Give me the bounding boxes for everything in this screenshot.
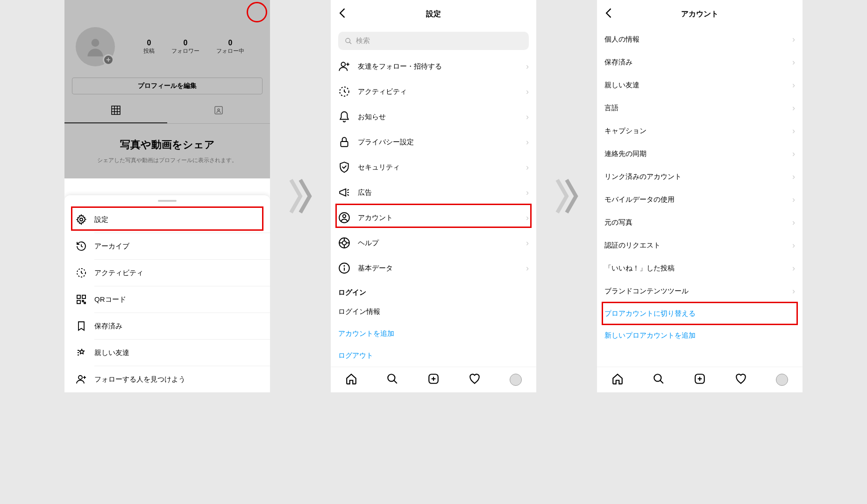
list-label: キャプション [604,127,785,135]
account-item-liked-posts[interactable]: 「いいね！」した投稿› [597,257,803,280]
nav-activity-icon[interactable] [469,373,481,387]
list-label: お知らせ [358,113,519,121]
svg-point-25 [341,62,346,66]
megaphone-icon [338,186,350,199]
search-input[interactable]: 検索 [338,32,529,50]
list-label: 個人の情報 [604,35,785,44]
settings-item-notifications[interactable]: お知らせ › [331,104,536,129]
account-item-linked-accounts[interactable]: リンク済みのアカウント› [597,165,803,188]
close-friends-icon [76,347,87,358]
chevron-right-icon: › [792,103,795,113]
list-label: 連絡先の同期 [604,149,785,158]
svg-rect-15 [77,295,80,298]
chevron-right-icon: › [792,263,795,273]
account-item-mobile-data[interactable]: モバイルデータの使用› [597,188,803,211]
sheet-item-archive[interactable]: アーカイブ [64,233,270,259]
svg-point-5 [92,39,99,47]
svg-rect-19 [84,302,85,304]
settings-item-ads[interactable]: 広告 › [331,180,536,205]
svg-rect-11 [215,106,222,114]
add-story-icon[interactable]: + [103,54,114,65]
nav-search-icon[interactable] [653,373,665,387]
svg-point-23 [346,38,350,43]
stat-followers[interactable]: 0フォロワー [171,39,199,55]
account-item-contacts-sync[interactable]: 連絡先の同期› [597,142,803,165]
edit-profile-button[interactable]: プロフィールを編集 [72,78,263,94]
sheet-label: アクティビティ [94,269,143,277]
tab-tagged[interactable] [167,100,270,123]
sheet-item-discover[interactable]: フォローする人を見つけよう [64,366,270,392]
sheet-item-activity[interactable]: アクティビティ [64,260,270,286]
list-label: アクティビティ [358,87,519,96]
svg-point-33 [342,241,347,245]
account-item-original-photos[interactable]: 元の写真› [597,211,803,234]
settings-item-privacy[interactable]: プライバシー設定 › [331,129,536,155]
search-placeholder: 検索 [356,36,370,45]
activity-icon [338,85,350,98]
chevron-right-icon: › [792,57,795,67]
chevron-right-icon: › [526,87,529,97]
list-label: 親しい友達 [604,81,785,90]
list-label: 認証のリクエスト [604,241,785,250]
svg-point-40 [344,266,344,266]
nav-create-icon[interactable] [694,373,706,387]
account-item-close-friends[interactable]: 親しい友達› [597,74,803,97]
stat-posts[interactable]: 0投稿 [143,39,155,55]
list-label: プライバシー設定 [358,138,519,147]
nav-home-icon[interactable] [345,373,357,387]
svg-rect-16 [82,295,85,298]
sheet-item-close-friends[interactable]: 親しい友達 [64,340,270,366]
account-item-personal-info[interactable]: 個人の情報› [597,28,803,51]
chevron-right-icon: › [792,80,795,90]
info-icon [338,262,350,274]
account-item-captions[interactable]: キャプション› [597,120,803,142]
screen-profile: + 0投稿 0フォロワー 0フォロー中 プロフィールを編集 写真や動画をシェア … [64,0,270,392]
settings-item-security[interactable]: セキュリティ › [331,155,536,180]
account-item-verification[interactable]: 認証のリクエスト› [597,234,803,257]
sheet-drag-handle[interactable] [158,200,177,202]
nav-activity-icon[interactable] [735,373,747,387]
stat-following[interactable]: 0フォロー中 [216,39,244,55]
settings-item-help[interactable]: ヘルプ › [331,230,536,256]
back-button[interactable] [603,7,616,21]
svg-point-12 [218,109,220,111]
svg-rect-18 [82,300,84,302]
sheet-label: 親しい友達 [94,348,129,357]
account-item-language[interactable]: 言語› [597,97,803,120]
add-pro-account-link[interactable]: 新しいプロアカウントを追加 [597,325,803,347]
list-label: 保存済み [604,58,785,67]
chevron-right-icon: › [792,195,795,205]
settings-item-about[interactable]: 基本データ › [331,256,536,281]
account-item-brand-content[interactable]: ブランドコンテンツツール› [597,280,803,303]
profile-avatar[interactable]: + [76,27,115,66]
list-label: モバイルデータの使用 [604,195,785,204]
svg-rect-17 [77,300,80,304]
screen-account: アカウント 個人の情報› 保存済み› 親しい友達› 言語› キャプション› 連絡… [597,0,803,392]
logout-link[interactable]: ログアウト [331,345,536,367]
chevron-right-icon: › [526,163,529,172]
bookmark-icon [76,320,87,332]
back-button[interactable] [336,7,349,21]
annotation-box-settings [71,206,263,231]
sheet-item-saved[interactable]: 保存済み [64,313,270,339]
nav-profile-avatar[interactable] [776,374,788,386]
add-account-link[interactable]: アカウントを追加 [331,323,536,345]
list-label: リンク済みのアカウント [604,172,785,181]
empty-state-title: 写真や動画をシェア [74,138,261,152]
nav-profile-avatar[interactable] [510,374,522,386]
nav-search-icon[interactable] [386,373,398,387]
annotation-box-account [335,204,532,228]
settings-item-activity[interactable]: アクティビティ › [331,79,536,104]
svg-line-42 [394,380,397,383]
chevron-right-icon: › [792,218,795,227]
nav-home-icon[interactable] [611,373,624,387]
tab-grid[interactable] [64,100,167,123]
chevron-right-icon: › [526,188,529,198]
help-icon [338,237,350,249]
archive-icon [76,241,87,252]
account-item-saved[interactable]: 保存済み› [597,51,803,74]
nav-create-icon[interactable] [427,373,440,387]
settings-item-invite[interactable]: 友達をフォロー・招待する › [331,54,536,79]
login-info-item[interactable]: ログイン情報 [331,301,536,323]
sheet-item-qr[interactable]: QRコード [64,286,270,312]
